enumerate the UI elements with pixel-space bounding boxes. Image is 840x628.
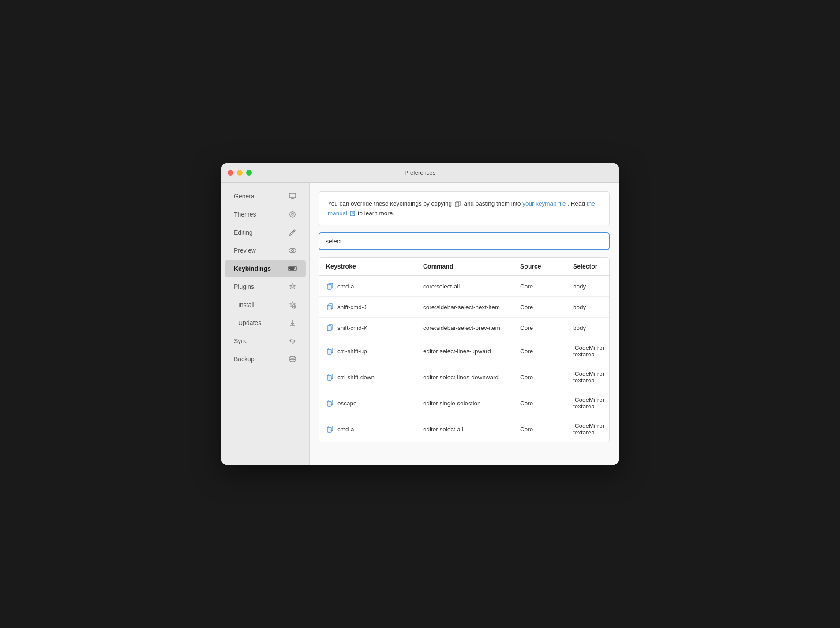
svg-rect-21 <box>455 202 459 207</box>
sidebar-item-keybindings[interactable]: Keybindings <box>225 260 306 277</box>
search-input[interactable] <box>319 232 610 250</box>
sidebar-item-plugins[interactable]: Plugins <box>225 278 306 295</box>
selector-value: .CodeMirror textarea <box>573 396 604 410</box>
table-row: cmd-a editor:select-all Core .CodeMirror… <box>319 416 609 442</box>
command-value: core:sidebar-select-prev-item <box>423 325 520 331</box>
backup-icon <box>288 355 297 363</box>
col-keystroke: Keystroke <box>326 263 423 270</box>
table-row: cmd-a core:select-all Core body <box>319 276 609 297</box>
svg-point-9 <box>289 248 296 253</box>
keystroke-cell: shift-cmd-K <box>326 324 423 332</box>
command-value: editor:select-lines-downward <box>423 374 520 381</box>
sidebar-item-install[interactable]: Install <box>225 296 306 314</box>
svg-point-19 <box>290 356 295 358</box>
sidebar-item-general[interactable]: General <box>225 187 306 205</box>
svg-point-18 <box>291 340 294 342</box>
preview-icon <box>288 246 297 255</box>
keybinding-copy-icon <box>326 373 334 381</box>
updates-icon <box>288 318 297 327</box>
keystroke-cell: ctrl-shift-down <box>326 373 423 381</box>
keystroke-value: shift-cmd-K <box>338 325 368 331</box>
sidebar-item-sync[interactable]: Sync <box>225 332 306 350</box>
themes-icon <box>288 210 297 219</box>
keybinding-copy-icon <box>326 324 334 332</box>
copy-icon <box>454 200 461 207</box>
traffic-lights <box>228 170 252 176</box>
source-value: Core <box>520 400 573 407</box>
keystroke-value: cmd-a <box>338 283 354 290</box>
source-value: Core <box>520 426 573 433</box>
keystroke-value: cmd-a <box>338 426 354 433</box>
editing-icon <box>288 228 297 237</box>
keystroke-cell: escape <box>326 399 423 407</box>
minimize-button[interactable] <box>237 170 243 176</box>
table-header: Keystroke Command Source Selector <box>319 258 609 276</box>
svg-rect-13 <box>291 267 292 269</box>
source-value: Core <box>520 283 573 290</box>
keybinding-copy-icon <box>326 425 334 433</box>
svg-rect-12 <box>289 267 291 269</box>
keybinding-copy-icon <box>326 282 334 290</box>
general-icon <box>288 192 297 201</box>
col-selector: Selector <box>573 263 602 270</box>
svg-rect-34 <box>327 401 331 406</box>
selector-value: .CodeMirror textarea <box>573 344 604 358</box>
selector-value: .CodeMirror textarea <box>573 370 604 384</box>
info-text-end: to learn more. <box>358 210 394 217</box>
keybinding-copy-icon <box>326 303 334 311</box>
keystroke-cell: ctrl-shift-up <box>326 347 423 355</box>
info-text-middle: and pasting them into <box>464 200 522 207</box>
svg-rect-24 <box>327 284 331 289</box>
keymap-file-link[interactable]: your keymap file <box>522 200 566 207</box>
svg-point-4 <box>292 213 293 215</box>
table-row: ctrl-shift-up editor:select-lines-upward… <box>319 338 609 364</box>
selector-value: body <box>573 325 602 331</box>
svg-rect-28 <box>327 326 331 331</box>
info-box: You can override these keybindings by co… <box>319 191 610 225</box>
info-text-before: You can override these keybindings by co… <box>328 200 454 207</box>
preferences-window: Preferences General Themes <box>221 163 619 465</box>
sidebar-item-updates[interactable]: Updates <box>225 314 306 332</box>
svg-rect-0 <box>289 193 296 198</box>
table-row: ctrl-shift-down editor:select-lines-down… <box>319 364 609 390</box>
sync-icon <box>288 336 297 345</box>
sidebar-item-editing[interactable]: Editing <box>225 224 306 241</box>
manual-icon <box>350 209 355 218</box>
window-title: Preferences <box>405 169 435 176</box>
install-icon <box>288 300 297 309</box>
svg-point-10 <box>292 250 294 252</box>
table-row: shift-cmd-J core:sidebar-select-next-ite… <box>319 297 609 318</box>
col-command: Command <box>423 263 520 270</box>
maximize-button[interactable] <box>246 170 252 176</box>
keystroke-value: shift-cmd-J <box>338 304 367 310</box>
sidebar-item-preview[interactable]: Preview <box>225 242 306 259</box>
close-button[interactable] <box>228 170 233 176</box>
table-row: escape editor:single-selection Core .Cod… <box>319 390 609 416</box>
keybinding-copy-icon <box>326 399 334 407</box>
svg-rect-15 <box>290 269 294 270</box>
info-text-after: . Read <box>567 200 587 207</box>
source-value: Core <box>520 348 573 355</box>
source-value: Core <box>520 304 573 310</box>
keystroke-cell: shift-cmd-J <box>326 303 423 311</box>
selector-value: .CodeMirror textarea <box>573 422 604 436</box>
command-value: core:select-all <box>423 283 520 290</box>
command-value: core:sidebar-select-next-item <box>423 304 520 310</box>
keybindings-table: Keystroke Command Source Selector cmd-a … <box>319 257 610 442</box>
table-row: shift-cmd-K core:sidebar-select-prev-ite… <box>319 318 609 338</box>
keystroke-value: escape <box>338 400 357 407</box>
svg-rect-26 <box>327 305 331 310</box>
source-value: Core <box>520 374 573 381</box>
sidebar-item-backup[interactable]: Backup <box>225 350 306 368</box>
keybindings-icon <box>288 264 297 273</box>
svg-rect-30 <box>327 349 331 354</box>
source-value: Core <box>520 325 573 331</box>
selector-value: body <box>573 304 602 310</box>
keystroke-cell: cmd-a <box>326 282 423 290</box>
keystroke-value: ctrl-shift-down <box>338 374 375 381</box>
command-value: editor:single-selection <box>423 400 520 407</box>
sidebar-item-themes[interactable]: Themes <box>225 206 306 223</box>
svg-rect-14 <box>293 267 294 269</box>
keystroke-cell: cmd-a <box>326 425 423 433</box>
main-panel: You can override these keybindings by co… <box>310 183 619 465</box>
